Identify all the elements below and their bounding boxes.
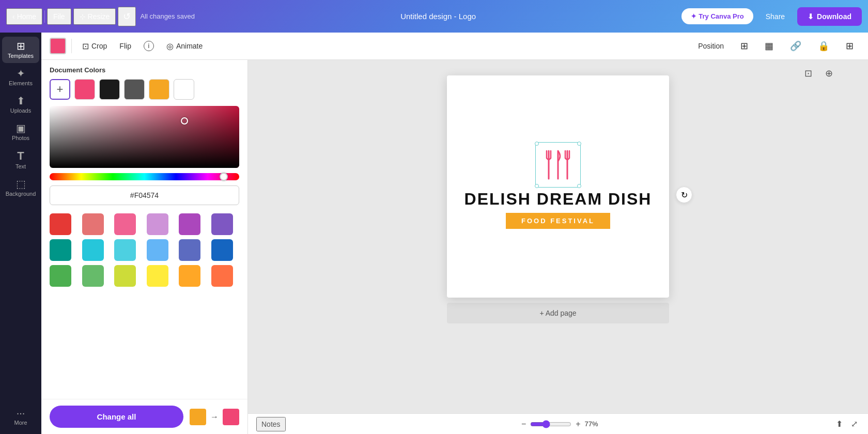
palette-color-3[interactable] (147, 213, 168, 235)
topbar-left: ‹ Home File ⊹ Resize ↺ All changes saved (6, 7, 195, 26)
lock-btn[interactable]: 🔒 (812, 37, 835, 55)
palette-color-13[interactable] (82, 265, 104, 287)
palette-color-1[interactable] (82, 213, 104, 235)
palette-color-16[interactable] (179, 265, 200, 287)
bottom-bar: Notes − + 77% ⬆ ⤢ (248, 413, 868, 434)
color-panel: 🔍 Document Colors + #F04574 Change all (41, 33, 248, 434)
palette-color-9[interactable] (147, 239, 168, 261)
food-icon-wrap[interactable] (537, 144, 579, 185)
resize-button[interactable]: ⊹ Resize (73, 8, 116, 25)
palette-color-8[interactable] (114, 239, 136, 261)
doc-color-swatch-4[interactable] (174, 79, 194, 100)
toolbar-separator (71, 39, 72, 53)
design-title: Untitled design - Logo (199, 12, 677, 21)
photos-icon: ▣ (16, 123, 26, 133)
palette-color-10[interactable] (179, 239, 200, 261)
sidebar-item-background[interactable]: ⬚ Background (2, 175, 39, 201)
palette-color-12[interactable] (50, 265, 71, 287)
doc-colors-label: Document Colors (50, 66, 239, 74)
color-gradient-picker[interactable] (50, 106, 239, 168)
hex-color-input[interactable]: #F04574 (50, 185, 239, 205)
selection-border (535, 142, 581, 188)
position-button[interactable]: Position (692, 39, 730, 53)
add-color-button[interactable]: + (50, 79, 70, 100)
selection-handle-bl[interactable] (535, 184, 539, 188)
file-menu-button[interactable]: File (47, 8, 71, 25)
animate-button[interactable]: ◎ Animate (161, 38, 208, 54)
palette-color-2[interactable] (114, 213, 136, 235)
palette-color-7[interactable] (82, 239, 104, 261)
sidebar-item-text[interactable]: T Text (2, 146, 39, 174)
palette-color-17[interactable] (211, 265, 233, 287)
zoom-controls: − + 77% (521, 420, 598, 429)
more-icon: ··· (17, 408, 25, 418)
transparency-btn[interactable]: ▦ (758, 37, 780, 55)
doc-color-swatch-0[interactable] (74, 79, 95, 100)
color-picker-section: #F04574 (41, 106, 247, 211)
more-options-btn[interactable]: ⊞ (840, 37, 860, 55)
zoom-in-button[interactable]: + (576, 420, 580, 429)
sidebar-item-templates[interactable]: ⊞ Templates (2, 37, 39, 63)
canvas-title-text[interactable]: DELISH DREAM DISH (464, 190, 652, 209)
change-to-color (223, 409, 239, 425)
change-from-color (190, 409, 206, 425)
duplicate-canvas-btn[interactable]: ⊡ (800, 65, 816, 82)
color-picker-dot[interactable] (181, 117, 188, 125)
autosave-status: All changes saved (140, 12, 195, 20)
info-button[interactable]: i (138, 38, 159, 54)
rotate-handle[interactable]: ↻ (676, 187, 692, 203)
fullscreen-btn[interactable]: ⤢ (849, 417, 860, 431)
sidebar: ⊞ Templates ✦ Elements ⬆ Uploads ▣ Photo… (0, 33, 41, 434)
crop-button[interactable]: ⊡ Crop (77, 38, 112, 54)
doc-color-swatch-3[interactable] (149, 79, 169, 100)
selection-handle-tr[interactable] (577, 142, 581, 146)
hue-slider[interactable] (50, 173, 239, 180)
sidebar-item-more[interactable]: ··· More (2, 404, 39, 430)
zoom-out-button[interactable]: − (521, 420, 526, 429)
doc-color-swatches: + (50, 79, 239, 100)
doc-color-swatch-1[interactable] (99, 79, 120, 100)
palette-color-0[interactable] (50, 213, 71, 235)
palette-grid (50, 213, 239, 287)
active-color-swatch[interactable] (50, 38, 66, 54)
palette-color-6[interactable] (50, 239, 71, 261)
zoom-slider[interactable] (530, 420, 571, 428)
link-btn[interactable]: 🔗 (784, 37, 808, 55)
add-page-button[interactable]: + Add page (447, 303, 669, 323)
topbar-divider (44, 10, 45, 23)
palette-color-11[interactable] (211, 239, 233, 261)
notes-button[interactable]: Notes (256, 417, 286, 431)
sidebar-item-photos[interactable]: ▣ Photos (2, 119, 39, 145)
align-icon-btn[interactable]: ⊞ (734, 37, 754, 55)
sidebar-background-label: Background (6, 191, 36, 197)
try-canva-pro-button[interactable]: ✦ Try Canva Pro (681, 8, 753, 24)
flip-button[interactable]: Flip (114, 39, 136, 53)
home-button[interactable]: ‹ Home (6, 8, 42, 25)
collapse-pages-btn[interactable]: ⬆ (834, 417, 845, 431)
undo-button[interactable]: ↺ (118, 7, 136, 26)
uploads-icon: ⬆ (17, 96, 25, 106)
palette-color-14[interactable] (114, 265, 136, 287)
palette-color-5[interactable] (211, 213, 233, 235)
change-all-section: Change all → (41, 399, 247, 434)
palette-color-4[interactable] (179, 213, 200, 235)
share-button[interactable]: Share (758, 8, 792, 25)
chevron-left-icon: ‹ (12, 12, 15, 21)
doc-color-swatch-2[interactable] (124, 79, 145, 100)
change-all-button[interactable]: Change all (50, 406, 183, 428)
toolbar-right-group: Position ⊞ ▦ 🔗 🔒 ⊞ (692, 37, 860, 55)
selection-handle-tl[interactable] (535, 142, 539, 146)
selection-handle-br[interactable] (577, 184, 581, 188)
download-button[interactable]: ⬇ Download (797, 7, 862, 26)
resize-label: Resize (88, 12, 110, 21)
palette-color-15[interactable] (147, 265, 168, 287)
expand-canvas-btn[interactable]: ⊕ (820, 65, 837, 82)
crop-label: Crop (91, 42, 107, 50)
secondary-toolbar: ⊡ Crop Flip i ◎ Animate Position ⊞ ▦ 🔗 🔒… (41, 33, 868, 60)
animate-label: Animate (176, 42, 203, 50)
sidebar-item-elements[interactable]: ✦ Elements (2, 64, 39, 90)
sidebar-uploads-label: Uploads (10, 107, 31, 114)
sidebar-item-uploads[interactable]: ⬆ Uploads (2, 91, 39, 118)
resize-icon: ⊹ (80, 12, 86, 21)
canvas-subtitle-banner[interactable]: FOOD FESTIVAL (506, 213, 610, 229)
